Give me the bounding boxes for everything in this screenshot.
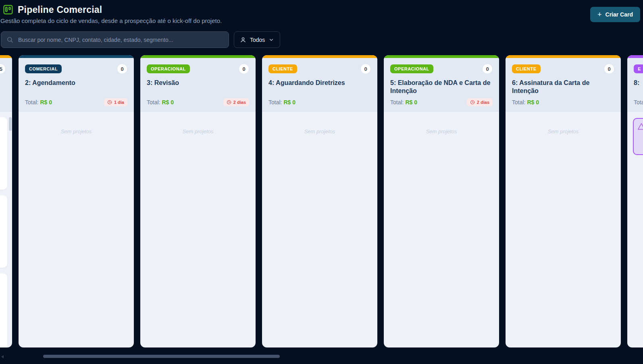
column-accent-bar: [506, 55, 621, 58]
column-title: 4: Aguardando Diretrizes: [268, 79, 371, 96]
shape-icon: [637, 122, 643, 131]
total-label: Total:: [512, 99, 525, 105]
kanban-icon: [2, 4, 14, 15]
total-value: R$ 0: [405, 99, 417, 105]
chevron-down-icon: [268, 37, 274, 43]
column-header: OPERACIONAL 0 5: Elaboração de NDA e Car…: [384, 58, 499, 112]
card-count-badge: 0: [239, 64, 249, 74]
column-drop-area[interactable]: Sem projetos: [506, 112, 621, 347]
total-label: Total:: [25, 99, 38, 105]
search-icon: [6, 36, 13, 43]
days-overdue-label: 1 dia: [114, 100, 124, 105]
page-title: Pipeline Comercial: [18, 4, 102, 15]
category-badge: CLIENTE: [512, 64, 541, 73]
column-drop-area[interactable]: [0, 112, 12, 347]
column-accent-bar: [0, 55, 12, 58]
card-count-badge: 55: [0, 64, 6, 74]
column-drop-area[interactable]: Sem projetos: [19, 112, 134, 347]
days-overdue-badge: 2 dias: [467, 98, 493, 106]
filter-label: Todos: [250, 37, 265, 43]
column-drop-area[interactable]: Sem projetos: [384, 112, 499, 347]
column-accent-bar: [19, 55, 134, 58]
card-stack: [0, 112, 12, 347]
empty-placeholder: Sem projetos: [140, 128, 256, 134]
total-label: Total:: [268, 99, 282, 105]
total-value: R$ 0: [527, 99, 539, 105]
scroll-left-arrow-icon[interactable]: [1, 355, 4, 358]
empty-placeholder: Sem projetos: [384, 128, 499, 134]
total-value: R$ 0: [283, 99, 295, 105]
pipeline-column: E 8: Total:: [627, 55, 643, 347]
days-overdue-badge: 1 dia: [104, 98, 127, 106]
days-overdue-badge: 2 dias: [223, 98, 249, 106]
project-card[interactable]: [0, 195, 7, 268]
clock-icon: [470, 100, 475, 105]
clock-icon: [227, 100, 231, 105]
column-drop-area[interactable]: Sem projetos: [140, 112, 256, 347]
create-card-button[interactable]: + Criar Card: [590, 7, 640, 22]
column-title: 2: Agendamento: [25, 79, 127, 96]
pipeline-column: 55: [0, 55, 12, 347]
column-accent-bar: [384, 55, 499, 58]
horizontal-scrollbar[interactable]: [43, 355, 280, 358]
plus-icon: +: [597, 11, 602, 18]
create-card-label: Criar Card: [606, 11, 633, 18]
column-header: CLIENTE 0 4: Aguardando Diretrizes Total…: [262, 58, 377, 112]
total-label: Total:: [634, 99, 643, 105]
page-subtitle: Gestão completa do ciclo de vendas, desd…: [0, 17, 222, 24]
total-label: Total:: [147, 99, 160, 105]
project-card[interactable]: [0, 273, 7, 347]
column-header: E 8: Total:: [627, 58, 643, 112]
user-icon: [240, 37, 246, 43]
column-header: CLIENTE 0 6: Assinatura da Carta de Inte…: [506, 58, 621, 112]
column-title: 3: Revisão: [147, 79, 249, 96]
pipeline-column: CLIENTE 0 6: Assinatura da Carta de Inte…: [506, 55, 621, 347]
category-badge: OPERACIONAL: [147, 64, 190, 73]
filter-dropdown[interactable]: Todos: [234, 31, 280, 48]
pipeline-column: OPERACIONAL 0 5: Elaboração de NDA e Car…: [384, 55, 499, 347]
column-scrollbar[interactable]: [9, 117, 12, 131]
column-title: 5: Elaboração de NDA e Carta de Intenção: [390, 79, 493, 96]
days-overdue-label: 2 dias: [477, 100, 489, 105]
total-value: R$ 0: [40, 99, 52, 105]
search-box: [1, 31, 229, 48]
project-card[interactable]: [0, 117, 7, 190]
card-count-badge: 0: [360, 64, 371, 74]
column-title: [0, 79, 6, 96]
pipeline-column: CLIENTE 0 4: Aguardando Diretrizes Total…: [262, 55, 377, 347]
column-header: OPERACIONAL 0 3: Revisão Total:R$ 0 2 di…: [140, 58, 256, 112]
clock-icon: [107, 100, 112, 105]
total-label: Total:: [390, 99, 404, 105]
column-accent-bar: [262, 55, 377, 58]
column-header: COMERCIAL 0 2: Agendamento Total:R$ 0 1 …: [19, 58, 134, 112]
card-count-badge: 0: [117, 64, 127, 74]
kanban-board: 55: [0, 55, 643, 347]
column-accent-bar: [140, 55, 256, 58]
search-input[interactable]: [17, 36, 229, 43]
days-overdue-label: 2 dias: [233, 100, 246, 105]
card-count-badge: 0: [604, 64, 614, 74]
column-drop-area[interactable]: Sem projetos: [262, 112, 377, 347]
total-value: R$ 0: [162, 99, 174, 105]
column-title: 8:: [634, 79, 643, 96]
card-count-badge: 0: [482, 64, 493, 74]
column-drop-area[interactable]: [627, 112, 643, 347]
category-badge: COMERCIAL: [25, 64, 62, 73]
category-badge: OPERACIONAL: [390, 64, 433, 73]
column-header: 55: [0, 58, 12, 112]
empty-placeholder: Sem projetos: [262, 128, 377, 134]
column-title: 6: Assinatura da Carta de Intenção: [512, 79, 614, 96]
pipeline-column: OPERACIONAL 0 3: Revisão Total:R$ 0 2 di…: [140, 55, 256, 347]
column-accent-bar: [627, 55, 643, 58]
category-badge: CLIENTE: [268, 64, 297, 73]
empty-placeholder: Sem projetos: [506, 128, 621, 134]
category-badge: E: [634, 64, 643, 73]
pipeline-column: COMERCIAL 0 2: Agendamento Total:R$ 0 1 …: [19, 55, 134, 347]
highlighted-card[interactable]: [633, 118, 643, 155]
empty-placeholder: Sem projetos: [19, 128, 134, 134]
